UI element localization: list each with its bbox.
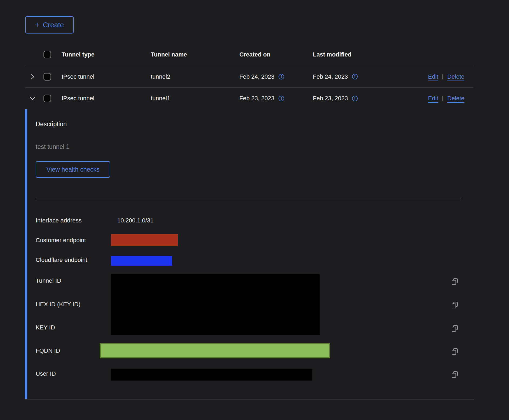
info-icon[interactable] [352, 95, 358, 102]
field-label: FQDN ID [36, 347, 60, 354]
info-icon[interactable] [278, 74, 284, 80]
fqdn-id-redacted-value [100, 343, 330, 358]
copy-icon[interactable] [450, 347, 459, 356]
expand-chevron-right-icon[interactable] [25, 74, 40, 80]
column-header-tunnel-name: Tunnel name [144, 51, 232, 58]
delete-link[interactable]: Delete [447, 95, 464, 102]
tunnel-name-cell: tunnel1 [144, 95, 232, 102]
field-label: KEY ID [36, 324, 55, 331]
last-modified-value: Feb 23, 2023 [313, 95, 348, 102]
field-label: User ID [36, 370, 56, 377]
table-header-row: Tunnel type Tunnel name Created on Last … [25, 43, 474, 66]
cloudflare-endpoint-redacted-value [111, 256, 172, 266]
info-icon[interactable] [352, 74, 358, 80]
field-row-hex-id: HEX ID (KEY ID) [25, 298, 474, 311]
tunnel-type-cell: IPsec tunnel [55, 73, 144, 80]
field-label: Tunnel ID [36, 277, 61, 284]
column-header-last-modified: Last modified [306, 51, 387, 58]
row-checkbox[interactable] [43, 73, 51, 81]
action-separator: | [442, 95, 443, 102]
field-row-interface-address: Interface address 10.200.1.0/31 [25, 214, 474, 227]
customer-endpoint-redacted-value [111, 234, 178, 246]
edit-link[interactable]: Edit [428, 95, 438, 102]
description-value: test tunnel 1 [36, 143, 69, 151]
table-row: IPsec tunnel tunnel1 Feb 23, 2023 Feb 23… [25, 88, 474, 109]
column-header-tunnel-type: Tunnel type [55, 51, 144, 58]
created-on-value: Feb 23, 2023 [239, 95, 274, 102]
view-health-checks-button[interactable]: View health checks [36, 161, 110, 178]
tunnels-page: + Create Tunnel type Tunnel name Created… [0, 0, 509, 420]
tunnels-table: Tunnel type Tunnel name Created on Last … [25, 43, 474, 109]
field-label: Customer endpoint [36, 237, 86, 244]
edit-link[interactable]: Edit [428, 73, 438, 80]
field-row-customer-endpoint: Customer endpoint [25, 234, 474, 246]
created-on-value: Feb 24, 2023 [239, 73, 274, 80]
interface-address-value: 10.200.1.0/31 [117, 217, 154, 224]
field-label: Cloudflare endpoint [36, 256, 87, 264]
copy-icon[interactable] [450, 277, 459, 286]
collapse-chevron-down-icon[interactable] [25, 95, 40, 101]
copy-icon[interactable] [450, 301, 459, 309]
copy-icon[interactable] [450, 324, 459, 333]
panel-divider [36, 199, 461, 199]
plus-icon: + [35, 21, 40, 29]
field-label: HEX ID (KEY ID) [36, 301, 81, 308]
column-header-created-on: Created on [232, 51, 306, 58]
create-button[interactable]: + Create [25, 16, 74, 34]
action-separator: | [442, 74, 443, 80]
user-id-redacted-value [111, 369, 312, 381]
description-label: Description [36, 121, 67, 128]
delete-link[interactable]: Delete [447, 73, 464, 80]
row-checkbox[interactable] [43, 95, 51, 102]
field-label: Interface address [36, 217, 82, 224]
info-icon[interactable] [278, 95, 284, 102]
tunnel-name-cell: tunnel2 [144, 73, 232, 80]
select-all-checkbox[interactable] [43, 51, 51, 58]
tunnel-detail-panel: Description test tunnel 1 View health ch… [25, 109, 474, 399]
field-row-key-id: KEY ID [25, 321, 474, 334]
tunnel-type-cell: IPsec tunnel [55, 95, 144, 102]
field-row-cloudflare-endpoint: Cloudflare endpoint [25, 254, 474, 266]
field-row-tunnel-id: Tunnel ID [25, 275, 474, 287]
create-button-label: Create [43, 21, 64, 29]
table-row: IPsec tunnel tunnel2 Feb 24, 2023 Feb 24… [25, 66, 474, 88]
last-modified-value: Feb 24, 2023 [313, 73, 348, 80]
copy-icon[interactable] [450, 370, 459, 379]
